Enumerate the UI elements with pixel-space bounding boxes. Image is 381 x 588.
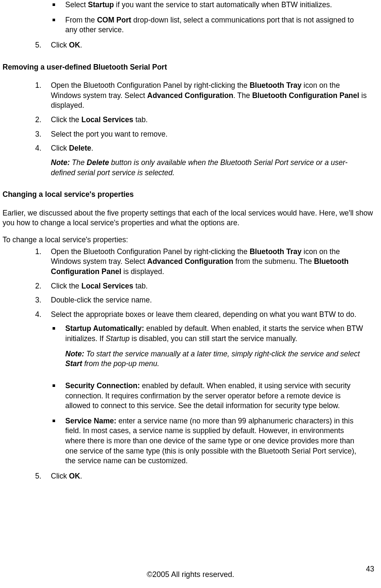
- intro-paragraph: Earlier, we discussed about the five pro…: [3, 208, 378, 228]
- list-text: Click OK.: [51, 471, 378, 482]
- text-bold: Bluetooth Tray: [250, 81, 302, 90]
- bullet-text: From the COM Port drop-down list, select…: [65, 15, 378, 35]
- list-text: Select the appropriate boxes or leave th…: [51, 310, 378, 320]
- text-run: tab.: [133, 115, 148, 124]
- text-run: Click: [51, 144, 69, 152]
- bullet-text: Startup Automatically: enabled by defaul…: [65, 324, 378, 344]
- text-italic: Startup: [106, 334, 129, 343]
- text-bold: Security Connection:: [65, 381, 140, 390]
- list-text: Open the Bluetooth Configuration Panel b…: [51, 81, 378, 111]
- text-bold: Local Services: [81, 282, 133, 290]
- text-run: from the pop-up menu.: [82, 359, 159, 368]
- list-item: From the COM Port drop-down list, select…: [3, 15, 378, 35]
- list-item: Security Connection: enabled by default.…: [3, 381, 378, 411]
- list-number: 4.: [35, 310, 51, 320]
- list-number: 3.: [35, 129, 51, 140]
- list-number: 2.: [35, 281, 51, 291]
- list-item: Select Startup if you want the service t…: [3, 0, 378, 10]
- list-number: 1.: [35, 247, 51, 277]
- text-run: tab.: [133, 282, 148, 290]
- square-bullet-icon: [53, 384, 55, 387]
- list-item: 2. Click the Local Services tab.: [3, 281, 378, 291]
- note-block: Note: The Delete button is only availabl…: [51, 158, 370, 178]
- square-bullet-icon: [53, 19, 55, 21]
- text-bold: Startup Automatically:: [65, 324, 144, 333]
- text-bold: Startup: [88, 0, 114, 9]
- text-run: is displayed.: [121, 267, 164, 276]
- text-run: is disabled, you can still start the ser…: [130, 334, 298, 343]
- text-run: . The: [233, 91, 252, 100]
- list-item: 2. Click the Local Services tab.: [3, 115, 378, 125]
- list-text: Click the Local Services tab.: [51, 281, 378, 291]
- text-run: if you want the service to start automat…: [114, 0, 332, 9]
- text-run: Select: [65, 0, 88, 9]
- footer-copyright: ©2005 All rights reserved.: [0, 569, 381, 580]
- text-run: .: [80, 41, 82, 49]
- square-bullet-icon: [53, 420, 55, 422]
- list-number: 2.: [35, 115, 51, 125]
- text-bold: Advanced Configuration: [147, 91, 233, 100]
- list-number: 1.: [35, 81, 51, 111]
- text-run: Click the: [51, 282, 81, 290]
- text-bold: Delete: [87, 158, 109, 167]
- text-run: Click the: [51, 115, 81, 124]
- list-item: 5. Click OK.: [3, 40, 378, 50]
- text-run: From the: [65, 16, 97, 24]
- text-run: To start the service manually at a later…: [84, 350, 360, 358]
- text-run: from the submenu. The: [233, 257, 314, 266]
- remove-steps: 1. Open the Bluetooth Configuration Pane…: [3, 81, 378, 154]
- list-item: 4. Click Delete.: [3, 143, 378, 154]
- list-item: 3. Select the port you want to remove.: [3, 129, 378, 140]
- intro-bullet-list: Select Startup if you want the service t…: [3, 0, 378, 35]
- text-run: .: [91, 144, 93, 152]
- text-bold: Service Name:: [65, 417, 117, 425]
- text-bold: OK: [69, 472, 80, 480]
- change-sub-bullets: Startup Automatically: enabled by defaul…: [3, 324, 378, 344]
- list-item: Startup Automatically: enabled by defaul…: [3, 324, 378, 344]
- change-sub-bullets-2: Security Connection: enabled by default.…: [3, 381, 378, 466]
- text-bold: Bluetooth Tray: [250, 247, 302, 256]
- note-block: Note: To start the service manually at a…: [65, 349, 370, 369]
- list-text: Double-click the service name.: [51, 295, 378, 305]
- list-number: 5.: [35, 40, 51, 50]
- intro-ordered-continuation: 5. Click OK.: [3, 40, 378, 50]
- list-item: 3. Double-click the service name.: [3, 295, 378, 305]
- text-run: Click: [51, 41, 69, 49]
- text-run: Open the Bluetooth Configuration Panel b…: [51, 247, 250, 256]
- text-run: Open the Bluetooth Configuration Panel b…: [51, 81, 250, 90]
- heading-changing: Changing a local service's properties: [3, 190, 378, 200]
- list-text: Select the port you want to remove.: [51, 129, 378, 140]
- list-number: 5.: [35, 471, 51, 482]
- bullet-text: Select Startup if you want the service t…: [65, 0, 378, 10]
- lead-paragraph: To change a local service's properties:: [3, 235, 378, 245]
- text-bold: Advanced Configuration: [147, 257, 233, 266]
- square-bullet-icon: [53, 3, 55, 6]
- text-run: Click: [51, 472, 69, 480]
- text-bold: Delete: [69, 144, 92, 152]
- note-label: Note:: [65, 350, 84, 358]
- bullet-text: Service Name: enter a service name (no m…: [65, 416, 378, 466]
- list-text: Open the Bluetooth Configuration Panel b…: [51, 247, 378, 277]
- text-bold: COM Port: [97, 16, 131, 24]
- list-item: 1. Open the Bluetooth Configuration Pane…: [3, 81, 378, 111]
- change-step5: 5. Click OK.: [3, 471, 378, 482]
- list-number: 3.: [35, 295, 51, 305]
- page-number: 43: [366, 564, 374, 574]
- list-item: 1. Open the Bluetooth Configuration Pane…: [3, 247, 378, 277]
- list-item: 4. Select the appropriate boxes or leave…: [3, 310, 378, 320]
- list-item: Service Name: enter a service name (no m…: [3, 416, 378, 466]
- text-bold: Local Services: [81, 115, 133, 124]
- text-run: .: [80, 472, 82, 480]
- list-number: 4.: [35, 143, 51, 154]
- list-text: Click OK.: [51, 40, 378, 50]
- list-text: Click Delete.: [51, 143, 378, 154]
- bullet-text: Security Connection: enabled by default.…: [65, 381, 378, 411]
- text-bold: Start: [65, 359, 82, 368]
- change-steps: 1. Open the Bluetooth Configuration Pane…: [3, 247, 378, 320]
- list-text: Click the Local Services tab.: [51, 115, 378, 125]
- list-item: 5. Click OK.: [3, 471, 378, 482]
- heading-removing: Removing a user-defined Bluetooth Serial…: [3, 62, 378, 73]
- square-bullet-icon: [53, 327, 55, 330]
- note-label: Note:: [51, 158, 70, 167]
- text-bold: Bluetooth Configuration Panel: [252, 91, 359, 100]
